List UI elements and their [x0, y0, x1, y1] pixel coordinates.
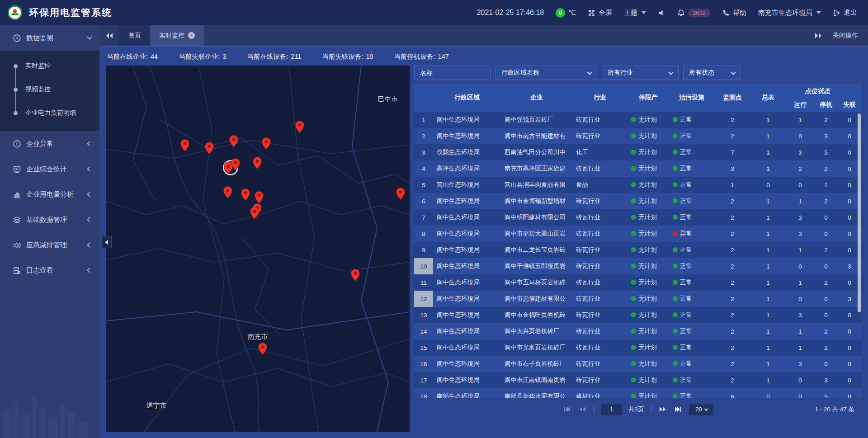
tab-bar: 首页 × 实时监控 × 关闭操作: [99, 25, 868, 47]
tab-close-icon[interactable]: ×: [188, 32, 195, 39]
table-row[interactable]: 13 阆中生态环境局 阆中市金福旺页岩机砖 砖瓦行业 无计划 正常 2 1 3 …: [414, 307, 862, 323]
cell-company: 西南油气田分公司川中: [501, 148, 572, 156]
map-pin-icon[interactable]: [229, 135, 238, 147]
page-number-input[interactable]: 1: [601, 404, 622, 415]
sidebar-item[interactable]: 应急减排管理: [0, 232, 99, 258]
tab[interactable]: 首页 ×: [119, 25, 150, 46]
close-operations-button[interactable]: 关闭操作: [833, 32, 858, 40]
cell-limit: 无计划: [627, 392, 669, 398]
logout-button[interactable]: 退出: [833, 9, 857, 17]
table-row[interactable]: 4 高坪生态环境局 南充市高坪区王家店建 砖瓦行业 无计划 正常 3 1 2 2…: [414, 160, 862, 177]
map-panel-collapse-button[interactable]: [101, 236, 112, 248]
cell-stop: 5: [815, 393, 837, 398]
cell-stop: 2: [815, 279, 837, 286]
next-page-button[interactable]: [658, 406, 667, 413]
table-row[interactable]: 9 阆中生态环境局 阆中市二龙长宝页岩砖 砖瓦行业 无计划 正常 2 1 1 2…: [414, 242, 862, 258]
cell-limit: 无计划: [627, 197, 669, 205]
map-pin-icon[interactable]: [180, 139, 189, 151]
col-lost: 失联: [837, 98, 862, 112]
table-row[interactable]: 11 阆中生态环境局 阆中市五马桥页岩机砖 砖瓦行业 无计划 正常 2 1 1 …: [414, 274, 862, 291]
sidebar-subitem[interactable]: 企业电力负荷明细: [0, 101, 99, 125]
map-pin-icon[interactable]: [262, 137, 271, 150]
map-pin-icon[interactable]: [241, 188, 250, 201]
cell-run: 1: [786, 328, 815, 335]
map-pin-icon[interactable]: [231, 158, 240, 170]
name-search-input[interactable]: [414, 66, 491, 80]
notifications-button[interactable]: 2632: [677, 9, 710, 17]
cell-lost: 0: [837, 377, 862, 384]
cell-meters: 0: [750, 182, 786, 188]
facility-status-dot: [673, 377, 678, 382]
region-select[interactable]: 行政区域名称: [495, 66, 597, 80]
map-pin-icon[interactable]: [258, 343, 267, 355]
table-row[interactable]: 17 阆中生态环境局 阆中市江南镇阆南页岩 砖瓦行业 无计划 正常 2 1 0 …: [414, 372, 862, 388]
cell-points: 2: [714, 198, 750, 205]
table-scrollbar-thumb[interactable]: [858, 113, 861, 312]
first-page-button[interactable]: [562, 406, 571, 413]
map-pin-icon[interactable]: [255, 191, 264, 203]
stats-board-icon: [13, 165, 21, 174]
cell-limit: 无计划: [627, 262, 669, 270]
table-row[interactable]: 15 阆中生态环境局 阆中市光富页岩机砖厂 砖瓦行业 无计划 正常 2 1 1 …: [414, 339, 862, 356]
table-row[interactable]: 6 阆中生态环境局 阆中市金博瑞新型墙材 砖瓦行业 无计划 正常 2 1 1 2…: [414, 193, 862, 209]
table-row[interactable]: 8 阆中生态环境局 阆中市枣碧大梁山页岩 砖瓦行业 无计划 异常 2 1 3 0…: [414, 226, 862, 242]
cell-limit: 无计划: [627, 327, 669, 335]
cell-run: 0: [786, 182, 815, 188]
cell-facility: 正常: [669, 181, 714, 189]
table-row[interactable]: 7 阆中生态环境局 阆中明阳建材有限公司 砖瓦行业 无计划 正常 2 1 3 0…: [414, 209, 862, 226]
table-row[interactable]: 5 营山生态环境局 营山县润丰肉食品有限 食品 无计划 正常 1 0 0 1 0: [414, 177, 862, 193]
facility-status-dot: [673, 264, 678, 268]
sidebar-item[interactable]: 数据监测: [0, 25, 99, 51]
fullscreen-button[interactable]: 全屏: [588, 9, 612, 17]
prev-page-button[interactable]: [578, 406, 587, 413]
tabs-scroll-left-button[interactable]: [99, 25, 119, 46]
limit-status-dot: [631, 150, 636, 155]
theme-dropdown[interactable]: 主题: [624, 9, 646, 17]
chevron-icon: [87, 192, 92, 197]
last-page-button[interactable]: [674, 406, 683, 413]
chevron-down-icon: [642, 11, 646, 14]
page-title: 环保用电监管系统: [29, 6, 112, 19]
table-row[interactable]: 3 仪陇生态环境局 西南油气田分公司川中 化工 无计划 正常 7 1 3 5 0: [414, 144, 862, 160]
table-row[interactable]: 10 阆中生态环境局 阆中千佛镇五郎垭页岩 砖瓦行业 无计划 正常 2 1 0 …: [414, 258, 862, 274]
table-row[interactable]: 18 南部生态环境局 南部县新华水泥有限公 建材行业 无计划 正常 6 0 0 …: [414, 388, 862, 398]
map-pin-icon[interactable]: [250, 207, 259, 219]
sidebar-item[interactable]: 企业用电量分析: [0, 182, 99, 207]
bell-icon: [677, 9, 685, 17]
table-row[interactable]: 16 阆中生态环境局 阆中市石子页岩机砖厂 砖瓦行业 无计划 正常 2 1 3 …: [414, 356, 862, 372]
table-row[interactable]: 14 阆中生态环境局 阆中大兴页岩机砖厂 砖瓦行业 无计划 正常 2 1 1 2…: [414, 323, 862, 339]
table-row[interactable]: 2 阆中生态环境局 阆中市南方节能建材有 砖瓦行业 无计划 正常 2 1 0 3…: [414, 128, 862, 144]
help-button[interactable]: 帮助: [722, 9, 746, 17]
status-select[interactable]: 所有状态: [683, 66, 741, 80]
map-pin-icon[interactable]: [253, 157, 262, 169]
org-dropdown[interactable]: 南充市生态环境局: [758, 9, 821, 17]
tab[interactable]: 实时监控 ×: [150, 25, 204, 46]
bar-chart-icon: [13, 190, 21, 199]
sidebar-subitem[interactable]: 视频监控: [0, 78, 99, 101]
map-pin-icon[interactable]: [295, 121, 304, 133]
chevron-icon: [87, 166, 92, 171]
sidebar-subitem[interactable]: 实时监控: [0, 54, 99, 78]
speaker-mute-icon[interactable]: [658, 9, 665, 17]
tabs-scroll-right-button[interactable]: [815, 33, 822, 39]
row-index: 1: [414, 112, 433, 128]
cell-meters: 1: [750, 133, 786, 140]
table-row[interactable]: 1 阆中生态环境局 阆中强锐页岩砖厂 砖瓦行业 无计划 正常 2 1 1 2 0: [414, 112, 862, 128]
limit-status-dot: [631, 198, 636, 203]
sidebar-item[interactable]: 日志查看: [0, 258, 99, 283]
cell-points: 2: [714, 377, 750, 384]
cell-limit: 无计划: [627, 246, 669, 254]
map-pin-icon[interactable]: [351, 269, 360, 281]
chevron-icon: [87, 141, 92, 146]
sidebar-item[interactable]: 企业综合统计: [0, 156, 99, 182]
sidebar-item[interactable]: 基础数据管理: [0, 207, 99, 232]
map-pin-icon[interactable]: [205, 142, 214, 154]
page-size-select[interactable]: 20: [689, 404, 713, 415]
cell-facility: 正常: [669, 148, 714, 156]
table-row[interactable]: 12 阆中生态环境局 阆中市忠信建材有限公 砖瓦行业 无计划 正常 2 1 0 …: [414, 291, 862, 307]
industry-select[interactable]: 所有行业: [602, 66, 679, 80]
map-pin-icon[interactable]: [223, 186, 232, 198]
map-canvas[interactable]: 巴中市南充市遂宁市: [106, 66, 410, 432]
map-pin-icon[interactable]: [396, 188, 405, 200]
sidebar-item[interactable]: 企业异常: [0, 131, 99, 156]
